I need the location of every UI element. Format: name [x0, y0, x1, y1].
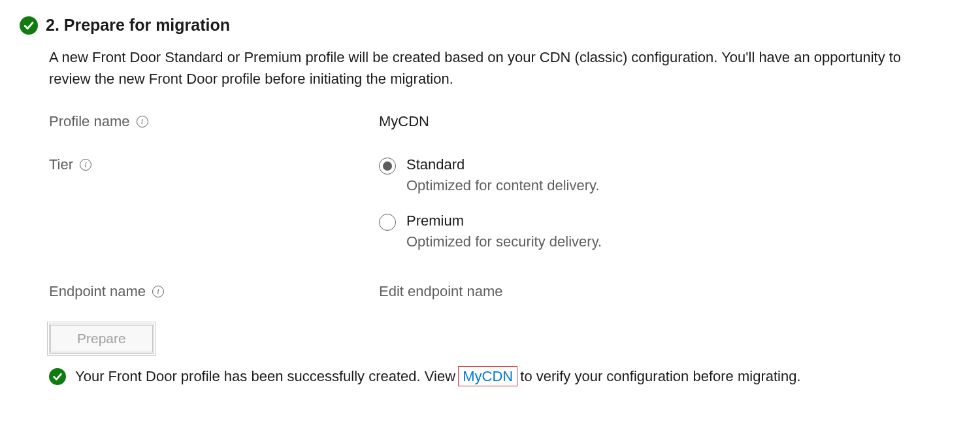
endpoint-value[interactable]: Edit endpoint name: [379, 283, 960, 300]
status-link[interactable]: MyCDN: [458, 366, 517, 386]
checkmark-circle-icon: [20, 16, 38, 35]
form-section: Profile name i MyCDN Tier i Standard Opt…: [49, 113, 960, 300]
tier-standard-option[interactable]: Standard Optimized for content delivery.: [379, 156, 960, 194]
tier-standard-label: Standard: [406, 156, 600, 173]
profile-name-value: MyCDN: [379, 113, 960, 130]
profile-name-label: Profile name i: [49, 113, 379, 130]
tier-row: Tier i Standard Optimized for content de…: [49, 156, 960, 250]
endpoint-label: Endpoint name i: [49, 283, 379, 300]
info-icon[interactable]: i: [80, 159, 91, 171]
tier-standard-text: Standard Optimized for content delivery.: [406, 156, 600, 194]
status-post: to verify your configuration before migr…: [516, 368, 800, 384]
step-header: 2. Prepare for migration: [20, 16, 960, 35]
svg-point-1: [49, 368, 66, 385]
svg-point-0: [20, 16, 38, 35]
tier-premium-label: Premium: [406, 212, 602, 229]
info-icon[interactable]: i: [152, 286, 164, 297]
endpoint-row: Endpoint name i Edit endpoint name: [49, 283, 960, 300]
profile-name-label-text: Profile name: [49, 113, 130, 130]
prepare-button[interactable]: Prepare: [49, 324, 154, 354]
tier-standard-sub: Optimized for content delivery.: [406, 177, 600, 194]
status-row: Your Front Door profile has been success…: [49, 368, 960, 385]
status-pre: Your Front Door profile has been success…: [75, 368, 459, 384]
tier-label-text: Tier: [49, 156, 73, 173]
step-description: A new Front Door Standard or Premium pro…: [49, 46, 938, 90]
radio-unselected-icon: [379, 214, 396, 231]
tier-premium-sub: Optimized for security delivery.: [406, 233, 602, 250]
tier-radio-group: Standard Optimized for content delivery.…: [379, 156, 960, 250]
tier-premium-option[interactable]: Premium Optimized for security delivery.: [379, 212, 960, 250]
endpoint-label-text: Endpoint name: [49, 283, 146, 300]
step-title: 2. Prepare for migration: [46, 16, 230, 35]
checkmark-circle-icon: [49, 368, 66, 385]
status-text: Your Front Door profile has been success…: [75, 368, 801, 385]
tier-value: Standard Optimized for content delivery.…: [379, 156, 960, 250]
tier-premium-text: Premium Optimized for security delivery.: [406, 212, 602, 250]
profile-name-row: Profile name i MyCDN: [49, 113, 960, 130]
info-icon[interactable]: i: [137, 116, 148, 127]
radio-selected-icon: [379, 158, 396, 175]
tier-label: Tier i: [49, 156, 379, 173]
